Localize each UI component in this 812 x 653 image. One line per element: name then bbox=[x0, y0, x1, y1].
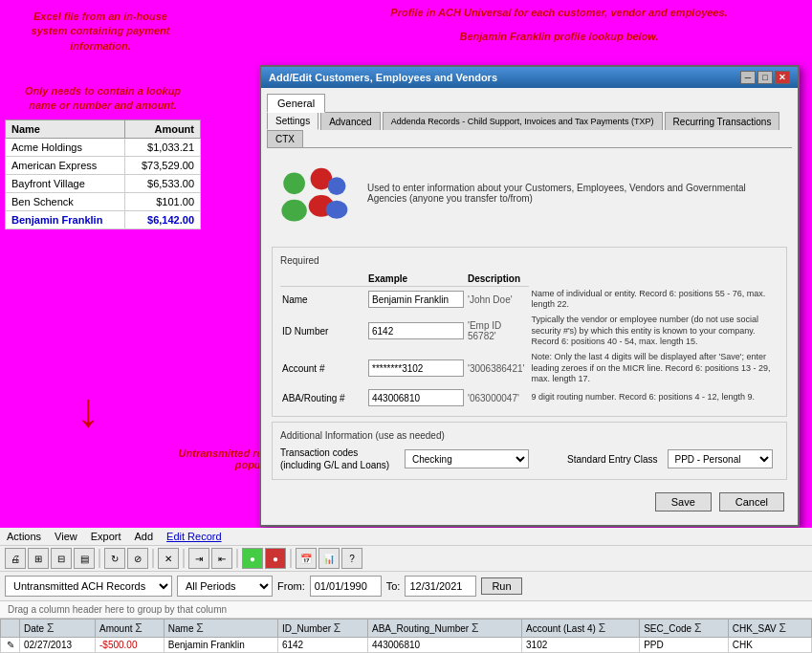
cell-name: Benjamin Franklin bbox=[164, 638, 277, 653]
grid-button[interactable]: ⊞ bbox=[28, 548, 49, 569]
table-row[interactable]: American Express $73,529.00 bbox=[6, 157, 201, 175]
titlebar-controls: ─ □ ✕ bbox=[740, 71, 790, 84]
col-account[interactable]: Account (Last 4) Σ bbox=[522, 620, 640, 638]
cancel-button[interactable]: Cancel bbox=[719, 492, 784, 512]
col-header-example: Example bbox=[366, 272, 466, 287]
menu-edit-record[interactable]: Edit Record bbox=[165, 530, 223, 543]
export2-button[interactable]: 📊 bbox=[318, 548, 340, 569]
col-chk[interactable]: CHK_SAV Σ bbox=[728, 620, 811, 638]
customer-table-panel: Name Amount Acme Holdings $1,033.21 Amer… bbox=[0, 0, 206, 402]
bottom-panel: Actions View Export Add Edit Record 🖨 ⊞ … bbox=[0, 528, 812, 653]
svg-point-4 bbox=[328, 177, 346, 195]
table-row[interactable]: ✎ 02/27/2013 -$500.00 Benjamin Franklin … bbox=[1, 638, 812, 653]
menu-bar: Actions View Export Add Edit Record bbox=[0, 528, 812, 546]
field-input[interactable] bbox=[368, 389, 464, 406]
table-row[interactable]: Ben Schenck $101.00 bbox=[6, 193, 201, 211]
toolbar-sep-3 bbox=[183, 549, 185, 568]
table-row[interactable]: Benjamin Franklin $6,142.00 bbox=[6, 211, 201, 229]
toolbar-sep-2 bbox=[152, 549, 154, 568]
amount-column-header: Amount bbox=[125, 120, 201, 139]
svg-point-1 bbox=[281, 200, 306, 222]
filter-bar: Untransmitted ACH Records All Records Tr… bbox=[0, 572, 812, 601]
dialog-window: Add/Edit Customers, Employees and Vendor… bbox=[259, 65, 800, 527]
transaction-label: Transaction codes(including G/L and Loan… bbox=[280, 446, 395, 471]
to-label: To: bbox=[386, 580, 401, 592]
toolbar-sep-5 bbox=[290, 549, 292, 568]
cell-amount: -$500.00 bbox=[96, 638, 165, 653]
field-label: ID Number bbox=[280, 313, 366, 350]
col-name[interactable]: Name Σ bbox=[164, 620, 277, 638]
data-table: Date Σ Amount Σ Name Σ ID_Number Σ ABA_R… bbox=[0, 619, 812, 653]
menu-add[interactable]: Add bbox=[133, 530, 156, 543]
active-button[interactable]: ● bbox=[242, 548, 263, 569]
layout-button[interactable]: ▤ bbox=[74, 548, 95, 569]
col-date[interactable]: Date Σ bbox=[20, 620, 96, 638]
table-row[interactable]: Bayfront Village $6,533.00 bbox=[6, 175, 201, 193]
menu-export[interactable]: Export bbox=[89, 530, 123, 543]
refresh-button[interactable]: ↻ bbox=[104, 548, 125, 569]
col-edit bbox=[1, 620, 20, 638]
save-button[interactable]: Save bbox=[655, 492, 712, 512]
col-header-label bbox=[280, 272, 366, 287]
tab-ctx[interactable]: CTX bbox=[267, 130, 303, 147]
field-input-cell[interactable] bbox=[366, 350, 466, 387]
remove-filter-button[interactable]: ⊘ bbox=[127, 548, 148, 569]
field-input[interactable] bbox=[368, 291, 464, 308]
customer-amount: $6,533.00 bbox=[125, 175, 201, 193]
maximize-button[interactable]: □ bbox=[757, 71, 773, 84]
delete-button[interactable]: ✕ bbox=[158, 548, 179, 569]
dialog-titlebar: Add/Edit Customers, Employees and Vendor… bbox=[261, 67, 798, 88]
inactive-button[interactable]: ● bbox=[265, 548, 286, 569]
toolbar-sep-4 bbox=[236, 549, 238, 568]
top-right-annotation: Profile in ACH Universal for each custom… bbox=[306, 5, 812, 44]
col-amount[interactable]: Amount Σ bbox=[96, 620, 165, 638]
dialog-footer: Save Cancel bbox=[267, 485, 792, 519]
sec-dropdown[interactable]: PPD - Personal CCD - Corporate CTX - Cor… bbox=[668, 449, 773, 468]
field-input-cell[interactable] bbox=[366, 287, 466, 313]
tab-general[interactable]: General bbox=[267, 94, 325, 113]
cell-chk: CHK bbox=[728, 638, 811, 653]
toolbar-sep-1 bbox=[99, 549, 100, 568]
tab-addenda[interactable]: Addenda Records - Child Support, Invoice… bbox=[383, 112, 663, 130]
export-button[interactable]: ⇤ bbox=[211, 548, 232, 569]
from-date-input[interactable] bbox=[310, 576, 382, 597]
period-dropdown[interactable]: All Periods This Month Last Month This Y… bbox=[177, 576, 273, 597]
dialog-content: Used to enter information about your Cus… bbox=[267, 154, 792, 242]
svg-point-0 bbox=[283, 173, 305, 195]
field-label: ABA/Routing # bbox=[280, 387, 366, 408]
field-input[interactable] bbox=[368, 359, 464, 377]
minimize-button[interactable]: ─ bbox=[740, 71, 756, 84]
customer-amount: $73,529.00 bbox=[125, 157, 201, 175]
to-date-input[interactable] bbox=[405, 576, 476, 597]
field-input[interactable] bbox=[368, 322, 464, 339]
dialog-title: Add/Edit Customers, Employees and Vendor… bbox=[269, 72, 497, 83]
run-button[interactable]: Run bbox=[481, 577, 521, 595]
col-sec[interactable]: SEC_Code Σ bbox=[640, 620, 729, 638]
tab-recurring[interactable]: Recurring Transactions bbox=[665, 112, 780, 130]
import-button[interactable]: ⇥ bbox=[188, 548, 209, 569]
data-table-container: Date Σ Amount Σ Name Σ ID_Number Σ ABA_R… bbox=[0, 619, 812, 653]
menu-actions[interactable]: Actions bbox=[5, 530, 43, 543]
tab-advanced[interactable]: Advanced bbox=[320, 112, 380, 130]
field-example: '063000047' bbox=[466, 387, 529, 408]
field-label: Name bbox=[280, 287, 366, 313]
close-button[interactable]: ✕ bbox=[775, 71, 790, 84]
col-aba[interactable]: ABA_Routing_Number Σ bbox=[368, 620, 522, 638]
table-row[interactable]: Acme Holdings $1,033.21 bbox=[6, 139, 201, 157]
col-idnumber[interactable]: ID_Number Σ bbox=[277, 620, 367, 638]
calendar-button[interactable]: 📅 bbox=[296, 548, 317, 569]
field-input-cell[interactable] bbox=[366, 313, 466, 350]
field-input-cell[interactable] bbox=[366, 387, 466, 408]
print-button[interactable]: 🖨 bbox=[5, 548, 26, 569]
customer-name: Benjamin Franklin bbox=[6, 211, 125, 229]
required-field-row: ABA/Routing # '063000047' 9 digit routin… bbox=[280, 387, 779, 408]
columns-button[interactable]: ⊟ bbox=[51, 548, 72, 569]
record-type-dropdown[interactable]: Untransmitted ACH Records All Records Tr… bbox=[5, 576, 172, 597]
menu-view[interactable]: View bbox=[53, 530, 79, 543]
edit-icon[interactable]: ✎ bbox=[1, 638, 20, 653]
transaction-dropdown[interactable]: Checking Savings Loan bbox=[405, 449, 529, 468]
field-description: Typically the vendor or employee number … bbox=[529, 313, 779, 350]
tab-settings[interactable]: Settings bbox=[267, 112, 318, 130]
sec-label: Standard Entry Class bbox=[567, 454, 658, 465]
help-button[interactable]: ? bbox=[341, 548, 362, 569]
